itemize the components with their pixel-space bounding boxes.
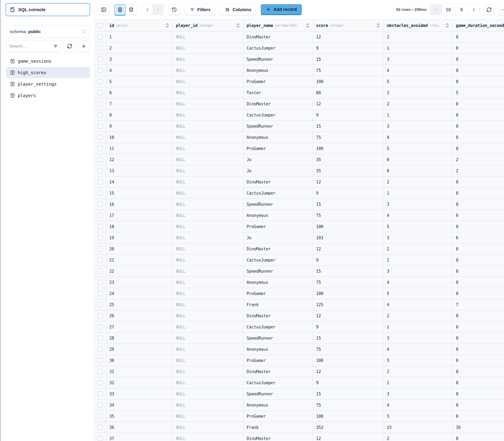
sort-icon[interactable] [376, 22, 380, 29]
cell-score[interactable]: 352 [313, 422, 384, 433]
cell-id[interactable]: 7 [106, 98, 173, 109]
cell-player_id[interactable]: NULL [173, 333, 244, 344]
cell-id[interactable]: 30 [106, 355, 173, 366]
cell-id[interactable]: 9 [106, 121, 173, 132]
cell-player_id[interactable]: NULL [173, 255, 244, 266]
cell-obstacles_avoided[interactable]: 2 [384, 176, 453, 187]
sidebar-item-game_sessions[interactable]: game_sessions [6, 56, 90, 67]
cell-score[interactable]: 12 [313, 433, 384, 441]
cell-player_id[interactable]: NULL [173, 243, 244, 254]
cell-game_duration_seconds[interactable]: 16 [453, 422, 504, 433]
cell-id[interactable]: 1 [106, 32, 173, 42]
cell-id[interactable]: 10 [106, 132, 173, 143]
add-record-button[interactable]: Add record [261, 4, 302, 15]
cell-player_id[interactable]: NULL [173, 143, 244, 154]
cell-player_name[interactable]: Frank [244, 422, 313, 433]
cell-game_duration_seconds[interactable]: 0 [453, 65, 504, 76]
cell-game_duration_seconds[interactable]: 0 [453, 54, 504, 65]
column-header-game_duration_seconds[interactable]: game_duration_seconds [453, 20, 504, 31]
cell-obstacles_avoided[interactable]: 4 [384, 132, 453, 143]
cell-score[interactable]: 75 [313, 344, 384, 355]
cell-id[interactable]: 33 [106, 388, 173, 399]
schema-view-button[interactable] [126, 4, 137, 15]
cell-player_name[interactable]: CactusJumper [244, 188, 313, 199]
cell-player_name[interactable]: Jo [244, 232, 313, 243]
table-view-button[interactable] [114, 4, 126, 15]
cell-game_duration_seconds[interactable]: 0 [453, 310, 504, 321]
cell-player_name[interactable]: Anonymous [244, 65, 313, 76]
row-checkbox[interactable] [98, 224, 103, 229]
cell-id[interactable]: 22 [106, 266, 173, 277]
cell-id[interactable]: 34 [106, 400, 173, 410]
cell-score[interactable]: 12 [313, 32, 384, 42]
cell-score[interactable]: 15 [313, 388, 384, 399]
cell-player_name[interactable]: ProGamer [244, 355, 313, 366]
cell-obstacles_avoided[interactable]: 5 [384, 355, 453, 366]
cell-obstacles_avoided[interactable]: 15 [384, 422, 453, 433]
cell-obstacles_avoided[interactable]: 3 [384, 199, 453, 210]
cell-player_id[interactable]: NULL [173, 232, 244, 243]
row-checkbox[interactable] [98, 291, 103, 296]
cell-player_name[interactable]: DinoMaster [244, 32, 313, 42]
cell-player_name[interactable]: DinoMaster [244, 433, 313, 441]
cell-player_id[interactable]: NULL [173, 87, 244, 98]
cell-player_name[interactable]: DinoMaster [244, 243, 313, 254]
cell-obstacles_avoided[interactable]: 2 [384, 87, 453, 98]
row-checkbox[interactable] [98, 358, 103, 363]
cell-id[interactable]: 35 [106, 411, 173, 422]
filters-button[interactable]: Filters [185, 4, 215, 15]
cell-id[interactable]: 2 [106, 43, 173, 53]
cell-player_id[interactable]: NULL [173, 344, 244, 355]
cell-player_name[interactable]: SpeedRunner [244, 199, 313, 210]
column-header-player_name[interactable]: player_name varchar(50) [244, 20, 313, 31]
row-checkbox[interactable] [98, 146, 103, 151]
cell-player_name[interactable]: CactusJumper [244, 255, 313, 266]
refresh-data-button[interactable] [483, 4, 495, 15]
cell-id[interactable]: 28 [106, 333, 173, 344]
row-checkbox[interactable] [98, 280, 103, 285]
cell-id[interactable]: 20 [106, 243, 173, 254]
cell-id[interactable]: 24 [106, 288, 173, 299]
cell-obstacles_avoided[interactable]: 1 [384, 110, 453, 120]
cell-score[interactable]: 100 [313, 288, 384, 299]
row-checkbox[interactable] [98, 403, 103, 408]
cell-game_duration_seconds[interactable]: 0 [453, 188, 504, 199]
cell-id[interactable]: 14 [106, 176, 173, 187]
cell-score[interactable]: 12 [313, 176, 384, 187]
cell-obstacles_avoided[interactable]: 3 [384, 266, 453, 277]
cell-obstacles_avoided[interactable]: 4 [384, 277, 453, 288]
row-checkbox[interactable] [98, 313, 103, 318]
cell-player_id[interactable]: NULL [173, 366, 244, 377]
row-checkbox[interactable] [98, 190, 103, 196]
row-checkbox[interactable] [98, 369, 103, 374]
cell-game_duration_seconds[interactable]: 0 [453, 400, 504, 410]
cell-obstacles_avoided[interactable]: 3 [384, 232, 453, 243]
cell-obstacles_avoided[interactable]: 2 [384, 310, 453, 321]
cell-player_name[interactable]: Anonymous [244, 132, 313, 143]
cell-player_name[interactable]: DinoMaster [244, 310, 313, 321]
row-checkbox[interactable] [98, 57, 103, 62]
cell-score[interactable]: 75 [313, 210, 384, 221]
cell-player_id[interactable]: NULL [173, 121, 244, 132]
cell-game_duration_seconds[interactable]: 0 [453, 143, 504, 154]
cell-score[interactable]: 9 [313, 322, 384, 332]
column-header-player_id[interactable]: player_id integer [173, 20, 244, 31]
cell-player_name[interactable]: DinoMaster [244, 366, 313, 377]
sort-icon[interactable] [165, 22, 169, 29]
cell-id[interactable]: 19 [106, 232, 173, 243]
cell-player_name[interactable]: CactusJumper [244, 43, 313, 53]
cell-player_id[interactable]: NULL [173, 388, 244, 399]
cell-id[interactable]: 6 [106, 87, 173, 98]
cell-game_duration_seconds[interactable]: 0 [453, 132, 504, 143]
cell-game_duration_seconds[interactable]: 0 [453, 255, 504, 266]
cell-obstacles_avoided[interactable]: 5 [384, 143, 453, 154]
cell-game_duration_seconds[interactable]: 0 [453, 411, 504, 422]
cell-score[interactable]: 35 [313, 165, 384, 176]
cell-score[interactable]: 75 [313, 277, 384, 288]
row-checkbox[interactable] [98, 202, 103, 207]
cell-game_duration_seconds[interactable]: 0 [453, 333, 504, 344]
cell-obstacles_avoided[interactable]: 2 [384, 243, 453, 254]
row-checkbox[interactable] [98, 168, 103, 173]
cell-player_name[interactable]: ProGamer [244, 411, 313, 422]
cell-game_duration_seconds[interactable]: 0 [453, 76, 504, 87]
